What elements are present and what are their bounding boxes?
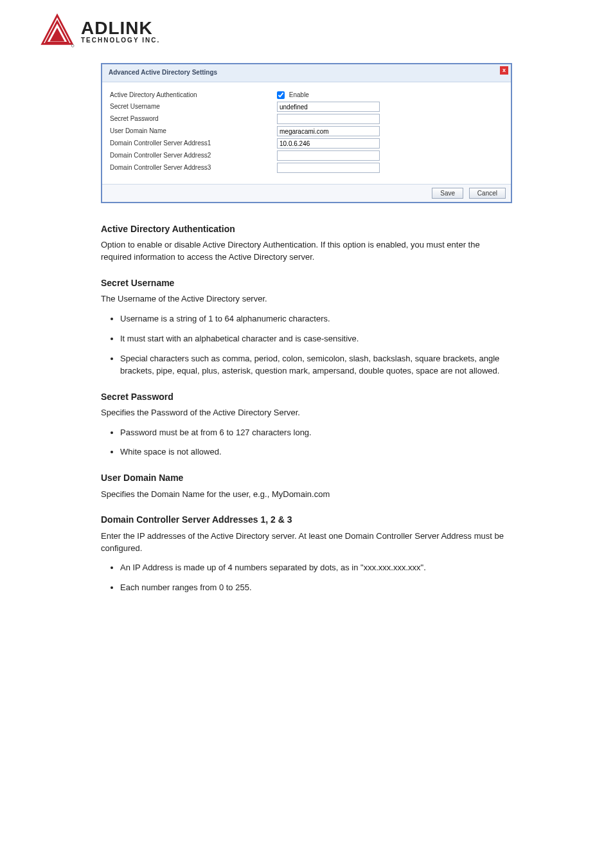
dc3-input[interactable] (277, 163, 380, 173)
list-item: White space is not allowed. (120, 446, 512, 458)
section-dc-text: Enter the IP addresses of the Active Dir… (101, 530, 512, 555)
list-item: Each number ranges from 0 to 255. (120, 582, 512, 594)
brand-name: ADLINK (81, 19, 160, 37)
dialog-title-bar: Advanced Active Directory Settings x (102, 64, 511, 82)
section-secret-pass-heading: Secret Password (101, 390, 512, 403)
section-domain-name-heading: User Domain Name (101, 471, 512, 484)
ad-settings-dialog: Advanced Active Directory Settings x Act… (101, 63, 512, 203)
close-icon[interactable]: x (500, 66, 508, 75)
section-ad-auth-text: Option to enable or disable Active Direc… (101, 239, 512, 264)
section-domain-name-text: Specifies the Domain Name for the user, … (101, 489, 512, 501)
list-item: It must start with an alphabetical chara… (120, 333, 512, 345)
enable-label: Enable (289, 91, 309, 98)
user-domain-name-label: User Domain Name (110, 127, 277, 136)
dc2-label: Domain Controller Server Address2 (110, 151, 277, 161)
brand-logo: ADLINK TECHNOLOGY INC. (39, 13, 574, 50)
dc3-label: Domain Controller Server Address3 (110, 163, 277, 173)
list-item: An IP Address is made up of 4 numbers se… (120, 562, 512, 574)
cancel-button[interactable]: Cancel (469, 188, 506, 199)
section-secret-user-text: The Username of the Active Directory ser… (101, 293, 512, 305)
dc1-input[interactable] (277, 138, 380, 149)
dc1-label: Domain Controller Server Address1 (110, 139, 277, 149)
svg-point-3 (71, 44, 74, 47)
section-dc-heading: Domain Controller Server Addresses 1, 2 … (101, 513, 512, 526)
secret-username-input[interactable] (277, 102, 380, 112)
secret-password-input[interactable] (277, 114, 380, 124)
brand-sub: TECHNOLOGY INC. (81, 37, 160, 44)
dialog-title: Advanced Active Directory Settings (109, 69, 217, 76)
adlink-logo-icon (39, 13, 76, 50)
section-secret-pass-text: Specifies the Password of the Active Dir… (101, 407, 512, 419)
list-item: Special characters such as comma, period… (120, 353, 512, 377)
enable-checkbox[interactable] (277, 91, 285, 99)
dc2-input[interactable] (277, 150, 380, 161)
list-item: Password must be at from 6 to 127 charac… (120, 427, 512, 439)
user-domain-name-input[interactable] (277, 126, 380, 136)
doc-body: Active Directory Authentication Option t… (101, 222, 512, 594)
section-ad-auth-heading: Active Directory Authentication (101, 222, 512, 235)
save-button[interactable]: Save (432, 188, 463, 199)
section-secret-user-heading: Secret Username (101, 276, 512, 289)
secret-username-label: Secret Username (110, 102, 277, 112)
list-item: Username is a string of 1 to 64 alphanum… (120, 313, 512, 325)
secret-password-label: Secret Password (110, 114, 277, 124)
auth-label: Active Directory Authentication (110, 91, 277, 100)
